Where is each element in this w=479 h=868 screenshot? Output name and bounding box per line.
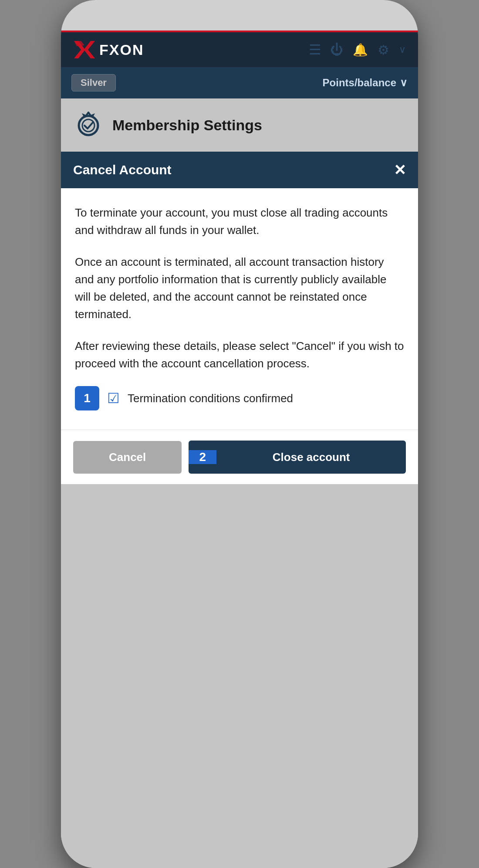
svg-marker-1 bbox=[74, 41, 84, 46]
checkbox-icon[interactable]: ☑ bbox=[107, 390, 120, 407]
modal-footer: Cancel 2 Close account bbox=[61, 430, 418, 484]
gear-icon[interactable]: ⚙ bbox=[378, 42, 389, 58]
header-icons: ⏻ 🔔 ⚙ ∨ bbox=[330, 42, 406, 58]
checkbox-label: Termination conditions confirmed bbox=[128, 392, 293, 405]
termination-checkbox-row[interactable]: 1 ☑ Termination conditions confirmed bbox=[75, 386, 404, 417]
modal-body: To terminate your account, you must clos… bbox=[61, 188, 418, 430]
points-balance[interactable]: Points/balance ∨ bbox=[323, 77, 408, 89]
close-account-button[interactable]: 2 Close account bbox=[189, 441, 406, 474]
phone-screen: FXON ☰ ⏻ 🔔 ⚙ ∨ Silver Points/balance ∨ bbox=[61, 31, 418, 868]
logo: FXON bbox=[73, 40, 296, 59]
phone-frame: FXON ☰ ⏻ 🔔 ⚙ ∨ Silver Points/balance ∨ bbox=[61, 0, 418, 868]
step-2-badge: 2 bbox=[189, 450, 216, 464]
app-header: FXON ☰ ⏻ 🔔 ⚙ ∨ bbox=[61, 31, 418, 67]
modal-close-button[interactable]: ✕ bbox=[394, 161, 406, 179]
sub-header: Silver Points/balance ∨ bbox=[61, 67, 418, 98]
membership-icon bbox=[73, 109, 104, 141]
modal-paragraph-2: Once an account is terminated, all accou… bbox=[75, 253, 404, 323]
close-account-label: Close account bbox=[216, 451, 406, 464]
modal-title: Cancel Account bbox=[73, 163, 172, 177]
silver-badge: Silver bbox=[71, 74, 116, 92]
page-title: Membership Settings bbox=[112, 117, 262, 134]
step-1-badge: 1 bbox=[75, 386, 99, 410]
menu-icon[interactable]: ☰ bbox=[309, 41, 321, 58]
modal-paragraph-1: To terminate your account, you must clos… bbox=[75, 204, 404, 239]
logo-icon bbox=[73, 40, 96, 59]
cancel-button[interactable]: Cancel bbox=[73, 441, 182, 474]
medal-svg bbox=[73, 109, 104, 139]
chevron-down-icon: ∨ bbox=[399, 44, 406, 55]
page-title-area: Membership Settings bbox=[61, 98, 418, 152]
points-chevron: ∨ bbox=[400, 77, 408, 89]
bell-icon[interactable]: 🔔 bbox=[353, 43, 368, 57]
modal-paragraph-3: After reviewing these details, please se… bbox=[75, 337, 404, 373]
cancel-account-modal: Cancel Account ✕ To terminate your accou… bbox=[61, 152, 418, 484]
phone-notch bbox=[179, 0, 300, 16]
logo-text: FXON bbox=[99, 41, 144, 58]
power-icon[interactable]: ⏻ bbox=[330, 42, 343, 57]
modal-header: Cancel Account ✕ bbox=[61, 152, 418, 188]
